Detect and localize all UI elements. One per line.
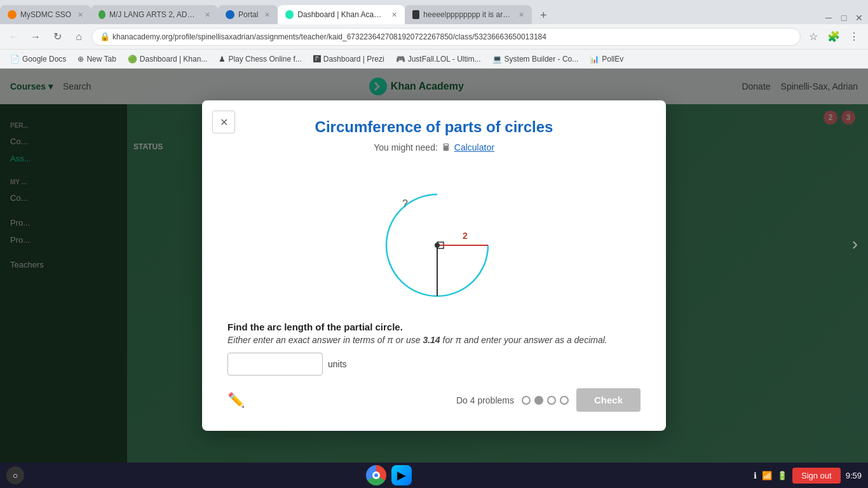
modal-close-area: ✕ bbox=[202, 100, 245, 144]
bookmark-favicon-new-tab: ⊕ bbox=[78, 55, 84, 64]
forward-button[interactable]: → bbox=[27, 28, 44, 46]
bookmark-label-prezi: Dashboard | Prezi bbox=[323, 55, 384, 64]
units-label: units bbox=[328, 359, 347, 369]
problem-text: Find the arc length of the partial circl… bbox=[227, 322, 641, 345]
problem-sub-text: Either enter an exact answer in terms of… bbox=[227, 335, 641, 345]
modal-overlay: ✕ Circumference of parts of circles You … bbox=[0, 69, 868, 463]
radius-label: 2 bbox=[463, 231, 468, 241]
bookmark-favicon-chess: ♟ bbox=[219, 55, 226, 64]
back-button[interactable]: ← bbox=[5, 28, 23, 46]
bookmark-favicon-pollev: 📊 bbox=[590, 55, 599, 64]
bookmark-favicon-system-builder: 💻 bbox=[492, 55, 502, 64]
secure-icon: 🔒 bbox=[100, 32, 110, 41]
circle-diagram: 2 ? bbox=[351, 163, 517, 309]
bookmark-prezi[interactable]: 🅿 Dashboard | Prezi bbox=[308, 53, 390, 65]
bookmark-favicon-khan: 🟢 bbox=[128, 55, 137, 64]
taskbar: ○ ▶ ℹ 📶 🔋 Sign out 9:59 bbox=[0, 463, 868, 488]
tab-title-portal: Portal bbox=[238, 10, 258, 19]
tab-langarts[interactable]: M/J LANG ARTS 2, ADV: Per: 0... ✕ bbox=[91, 5, 218, 24]
modal-subtitle: You might need: 🖩 Calculator bbox=[227, 142, 641, 152]
modal-title: Circumference of parts of circles bbox=[227, 100, 641, 142]
bookmark-chess[interactable]: ♟ Play Chess Online f... bbox=[214, 53, 306, 65]
tab-favicon-heeeelp bbox=[412, 10, 419, 19]
bookmark-favicon-prezi: 🅿 bbox=[313, 55, 321, 64]
do-problems-section: Do 4 problems Check bbox=[456, 388, 641, 412]
taskbar-center: ▶ bbox=[366, 465, 412, 485]
progress-dot-1 bbox=[522, 396, 531, 405]
bookmark-khan[interactable]: 🟢 Dashboard | Khan... bbox=[123, 53, 213, 65]
answer-input[interactable] bbox=[227, 353, 323, 376]
calculator-icon: 🖩 bbox=[442, 142, 451, 152]
bookmark-new-tab[interactable]: ⊕ New Tab bbox=[72, 53, 121, 65]
tab-heeeelp[interactable]: heeeelpppppppp it is area of a c... ✕ bbox=[405, 5, 532, 24]
bookmark-favicon-google-docs: 📄 bbox=[10, 55, 20, 64]
play-store-icon[interactable]: ▶ bbox=[391, 465, 412, 485]
nav-icons: ☆ 🧩 ⋮ bbox=[804, 28, 863, 46]
pencil-icon: ✏️ bbox=[227, 392, 245, 409]
bookmarks-bar: 📄 Google Docs ⊕ New Tab 🟢 Dashboard | Kh… bbox=[0, 50, 868, 69]
diagram-area: 2 ? bbox=[227, 163, 641, 309]
bookmark-label-new-tab: New Tab bbox=[86, 55, 116, 64]
progress-dot-3 bbox=[547, 396, 556, 405]
bookmark-label-chess: Play Chess Online f... bbox=[228, 55, 301, 64]
extensions-button[interactable]: 🧩 bbox=[825, 28, 843, 46]
progress-dot-4 bbox=[560, 396, 569, 405]
tab-favicon-langarts bbox=[98, 10, 105, 19]
bookmark-favicon-justfall: 🎮 bbox=[396, 55, 405, 64]
progress-dots bbox=[522, 396, 569, 405]
bookmark-star-button[interactable]: ☆ bbox=[804, 28, 822, 46]
new-tab-button[interactable]: + bbox=[534, 6, 552, 24]
do-problems-label: Do 4 problems bbox=[456, 395, 514, 405]
bookmark-label-system-builder: System Builder - Co... bbox=[505, 55, 579, 64]
tab-portal[interactable]: Portal ✕ bbox=[218, 5, 278, 24]
tab-close-portal[interactable]: ✕ bbox=[264, 11, 270, 19]
maximize-button[interactable]: □ bbox=[837, 11, 850, 24]
modal-close-button[interactable]: ✕ bbox=[212, 111, 235, 133]
tab-close-mysodmc[interactable]: ✕ bbox=[78, 11, 83, 19]
reload-button[interactable]: ↻ bbox=[48, 28, 66, 46]
tab-mysodmc[interactable]: MySDMC SSO ✕ bbox=[0, 5, 91, 24]
taskbar-launcher[interactable]: ○ bbox=[6, 466, 24, 484]
center-dot bbox=[435, 243, 440, 248]
calculator-link[interactable]: Calculator bbox=[454, 142, 494, 152]
close-button[interactable]: ✕ bbox=[853, 11, 865, 24]
minimize-button[interactable]: ─ bbox=[822, 11, 835, 24]
bookmark-label-justfall: JustFall.LOL - Ultim... bbox=[408, 55, 481, 64]
wifi-icon: 📶 bbox=[762, 471, 772, 480]
bookmark-label-khan: Dashboard | Khan... bbox=[140, 55, 208, 64]
home-button[interactable]: ⌂ bbox=[70, 28, 88, 46]
page-content: Courses ▾ Search Khan Academy Donate Spi… bbox=[0, 69, 868, 463]
tab-close-heeeelp[interactable]: ✕ bbox=[519, 11, 524, 19]
sign-out-button[interactable]: Sign out bbox=[792, 468, 841, 484]
chrome-app-icon[interactable] bbox=[366, 465, 386, 485]
tab-close-langarts[interactable]: ✕ bbox=[205, 11, 210, 19]
tab-title-khan: Dashboard | Khan Academy bbox=[297, 10, 385, 19]
taskbar-right: ℹ 📶 🔋 Sign out 9:59 bbox=[754, 468, 862, 484]
bookmark-pollev[interactable]: 📊 PollEv bbox=[585, 53, 628, 65]
bookmark-label-pollev: PollEv bbox=[602, 55, 623, 64]
address-bar[interactable]: 🔒 khanacademy.org/profile/spinellisaxadr… bbox=[92, 28, 801, 46]
tab-favicon-portal bbox=[226, 10, 234, 19]
you-might-need-text: You might need: bbox=[374, 142, 438, 152]
taskbar-info-icon: ℹ bbox=[754, 471, 757, 480]
question-mark-label: ? bbox=[402, 198, 408, 209]
bookmark-system-builder[interactable]: 💻 System Builder - Co... bbox=[487, 53, 584, 65]
tab-close-khan[interactable]: ✕ bbox=[391, 11, 397, 19]
tab-khan[interactable]: Dashboard | Khan Academy ✕ bbox=[278, 5, 405, 24]
tab-title-langarts: M/J LANG ARTS 2, ADV: Per: 0... bbox=[109, 10, 198, 19]
progress-dot-2 bbox=[534, 396, 543, 405]
navigation-bar: ← → ↻ ⌂ 🔒 khanacademy.org/profile/spinel… bbox=[0, 24, 868, 50]
check-button[interactable]: Check bbox=[576, 388, 641, 412]
tab-favicon-khan bbox=[285, 10, 294, 19]
bookmark-google-docs[interactable]: 📄 Google Docs bbox=[5, 53, 71, 65]
menu-button[interactable]: ⋮ bbox=[845, 28, 863, 46]
modal-footer: ✏️ Do 4 problems Check bbox=[227, 388, 641, 412]
bookmark-justfall[interactable]: 🎮 JustFall.LOL - Ultim... bbox=[391, 53, 486, 65]
taskbar-left: ○ bbox=[6, 466, 24, 484]
taskbar-time: 9:59 bbox=[846, 471, 862, 480]
next-arrow[interactable]: › bbox=[852, 234, 858, 254]
url-text: khanacademy.org/profile/spinellisaxadria… bbox=[112, 32, 792, 41]
tab-bar: MySDMC SSO ✕ M/J LANG ARTS 2, ADV: Per: … bbox=[0, 0, 868, 24]
answer-area: units bbox=[227, 353, 641, 376]
bookmark-label-google-docs: Google Docs bbox=[22, 55, 66, 64]
